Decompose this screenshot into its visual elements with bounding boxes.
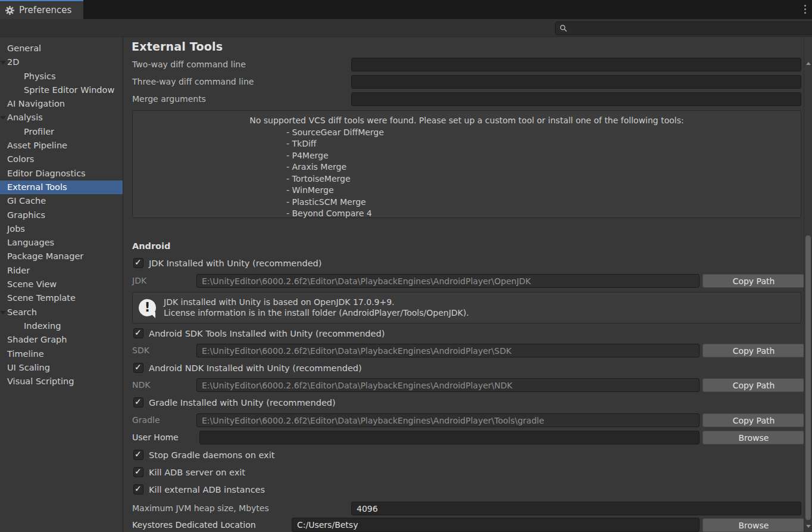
keystores-browse-button[interactable]: Browse	[702, 518, 805, 532]
sidebar-item-shader-graph[interactable]: Shader Graph	[0, 333, 123, 347]
ndk-installed-row: Android NDK Installed with Unity (recomm…	[124, 363, 804, 375]
kill-external-adb-checkbox[interactable]	[133, 484, 143, 494]
gradle-path-label: Gradle	[132, 415, 160, 425]
jdk-note-line1: JDK installed with Unity is based on Ope…	[164, 297, 395, 307]
jdk-installed-label: JDK Installed with Unity (recommended)	[149, 258, 321, 269]
three-way-diff-input[interactable]	[351, 75, 801, 89]
vcs-tool-item: - WinMerge	[286, 185, 801, 197]
checkmark-icon	[135, 397, 142, 406]
scrollbar-thumb[interactable]	[805, 235, 811, 520]
ndk-copy-path-button[interactable]: Copy Path	[702, 378, 805, 392]
search-input[interactable]	[570, 21, 812, 35]
sidebar-item-colors[interactable]: Colors	[0, 153, 123, 166]
sidebar-item-ai-navigation[interactable]: AI Navigation	[0, 97, 123, 111]
user-home-row: User Home Browse	[124, 431, 804, 444]
tab-preferences[interactable]: Preferences	[0, 0, 83, 19]
sidebar-item-jobs[interactable]: Jobs	[0, 222, 123, 236]
sidebar-item-external-tools[interactable]: External Tools	[0, 181, 123, 194]
kill-external-adb-row: Kill external ADB instances	[124, 484, 804, 496]
scrollbar-up-arrow-icon[interactable]	[806, 60, 811, 65]
jdk-copy-path-button[interactable]: Copy Path	[702, 274, 805, 288]
ndk-path-input	[196, 378, 699, 392]
sidebar-item-profiler[interactable]: Profiler	[0, 125, 123, 139]
titlebar: Preferences	[0, 0, 812, 19]
stop-gradle-checkbox[interactable]	[133, 450, 143, 460]
user-home-input[interactable]	[199, 431, 699, 444]
jdk-note-line2: License information is in the install fo…	[164, 308, 469, 318]
sidebar-item-physics[interactable]: Physics	[0, 70, 123, 83]
jdk-path-label: JDK	[132, 276, 146, 285]
kebab-menu-icon[interactable]	[804, 5, 806, 14]
gradle-path-row: Gradle Copy Path	[124, 413, 804, 427]
sidebar-item-visual-scripting[interactable]: Visual Scripting	[0, 375, 123, 388]
user-home-label: User Home	[132, 433, 179, 442]
jvm-heap-input[interactable]	[351, 502, 801, 515]
stop-gradle-row: Stop Gradle daemons on exit	[124, 450, 804, 462]
vcs-notice-box: No supported VCS diff tools were found. …	[132, 110, 801, 218]
gradle-installed-row: Gradle Installed with Unity (recommended…	[124, 397, 804, 409]
checkmark-icon	[135, 328, 142, 337]
merge-arguments-input[interactable]	[351, 92, 801, 106]
gradle-installed-checkbox[interactable]	[133, 397, 143, 407]
foldout-arrow-icon[interactable]	[0, 116, 6, 120]
kill-adb-label: Kill ADB server on exit	[149, 467, 245, 478]
external-tools-pane: External Tools Two-way diff command line…	[124, 37, 804, 532]
gradle-copy-path-button[interactable]: Copy Path	[702, 413, 805, 427]
ndk-path-label: NDK	[132, 380, 150, 390]
jdk-note-box: JDK installed with Unity is based on Ope…	[132, 292, 801, 323]
keystores-location-row: Keystores Dedicated Location Browse	[124, 518, 804, 531]
sidebar-item-general[interactable]: General	[0, 42, 123, 55]
sidebar-item-analysis[interactable]: Analysis	[0, 111, 123, 125]
sidebar-item-search[interactable]: Search	[0, 306, 123, 319]
sidebar-item-languages[interactable]: Languages	[0, 236, 123, 250]
checkmark-icon	[135, 466, 142, 476]
sidebar-item-rider[interactable]: Rider	[0, 264, 123, 278]
sidebar-item-timeline[interactable]: Timeline	[0, 347, 123, 361]
preferences-sidebar: General 2D Physics Sprite Editor Window …	[0, 37, 123, 532]
sidebar-item-editor-diagnostics[interactable]: Editor Diagnostics	[0, 167, 123, 181]
sidebar-item-gi-cache[interactable]: GI Cache	[0, 194, 123, 208]
sdk-copy-path-button[interactable]: Copy Path	[702, 344, 805, 357]
sidebar-item-2d[interactable]: 2D	[0, 55, 123, 69]
android-section-header: Android	[132, 241, 170, 251]
sidebar-item-scene-view[interactable]: Scene View	[0, 278, 123, 291]
sidebar-item-scene-template[interactable]: Scene Template	[0, 291, 123, 305]
foldout-arrow-icon[interactable]	[0, 61, 6, 64]
two-way-diff-input[interactable]	[351, 58, 801, 71]
sidebar-item-graphics[interactable]: Graphics	[0, 209, 123, 222]
exclamation-bubble-icon	[139, 299, 156, 316]
sdk-path-label: SDK	[132, 346, 149, 355]
checkmark-icon	[135, 257, 142, 267]
search-icon	[560, 24, 567, 32]
keystores-location-input[interactable]	[292, 518, 699, 532]
user-home-browse-button[interactable]: Browse	[702, 431, 805, 444]
checkmark-icon	[135, 362, 142, 372]
sidebar-item-package-manager[interactable]: Package Manager	[0, 250, 123, 263]
vcs-notice-heading: No supported VCS diff tools were found. …	[133, 115, 801, 127]
sidebar-item-ui-scaling[interactable]: UI Scaling	[0, 361, 123, 375]
sdk-installed-row: Android SDK Tools Installed with Unity (…	[124, 328, 804, 340]
gradle-path-input	[196, 413, 699, 427]
page-title: External Tools	[132, 40, 223, 53]
jdk-note-text: JDK installed with Unity is based on Ope…	[164, 297, 469, 318]
jvm-heap-row: Maximum JVM heap size, Mbytes	[124, 502, 804, 515]
sdk-path-input	[196, 344, 699, 357]
sidebar-item-sprite-editor-window[interactable]: Sprite Editor Window	[0, 83, 123, 97]
scrollbar-down-arrow-icon[interactable]	[806, 525, 811, 530]
ndk-installed-checkbox[interactable]	[133, 363, 143, 373]
kill-adb-checkbox[interactable]	[133, 467, 143, 477]
jdk-installed-row: JDK Installed with Unity (recommended)	[124, 258, 804, 270]
kill-external-adb-label: Kill external ADB instances	[149, 484, 265, 495]
ndk-installed-label: Android NDK Installed with Unity (recomm…	[149, 363, 362, 374]
sidebar-item-asset-pipeline[interactable]: Asset Pipeline	[0, 139, 123, 153]
sidebar-item-indexing[interactable]: Indexing	[0, 319, 123, 333]
sdk-installed-checkbox[interactable]	[133, 328, 143, 338]
search-box[interactable]	[555, 21, 812, 35]
jdk-path-row: JDK Copy Path	[124, 274, 804, 288]
foldout-arrow-icon[interactable]	[0, 311, 6, 315]
jdk-installed-checkbox[interactable]	[133, 258, 143, 268]
sidebar-item-label: Search	[7, 307, 37, 317]
gear-icon	[5, 6, 14, 15]
unity-preferences-window: { "window": { "tab": "Preferences", "sea…	[0, 0, 812, 532]
gradle-installed-label: Gradle Installed with Unity (recommended…	[149, 397, 336, 408]
